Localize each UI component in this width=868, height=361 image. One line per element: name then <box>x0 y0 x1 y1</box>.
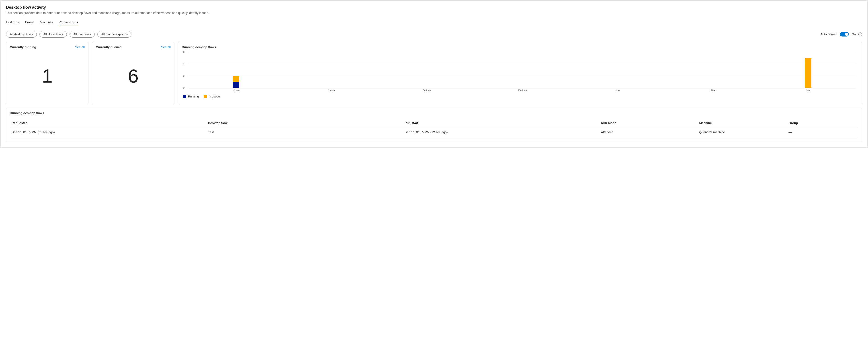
chart-bar <box>424 52 430 88</box>
chart-bar <box>329 52 335 88</box>
chart-plot: 0246 <box>188 52 856 88</box>
chart-y-tick: 4 <box>183 63 184 65</box>
legend-in-queue: In queue <box>204 95 220 98</box>
swatch-running-icon <box>183 95 186 98</box>
table-row[interactable]: Dec 14, 01:55 PM (31 sec ago)TestDec 14,… <box>10 127 858 137</box>
page-title: Desktop flow activity <box>6 5 862 10</box>
chart-x-label: 3h+ <box>803 89 814 92</box>
tabs: Last runs Errors Machines Current runs <box>6 19 862 27</box>
chart-y-tick: 0 <box>183 86 184 89</box>
card-currently-queued-title: Currently queued <box>96 45 122 49</box>
chart-x-label: 1h+ <box>612 89 623 92</box>
auto-refresh-toggle[interactable] <box>840 32 849 36</box>
legend-in-queue-label: In queue <box>209 95 220 98</box>
running-flows-table: Requested Desktop flow Run start Run mod… <box>10 119 858 137</box>
cell-machine: Quentin's machine <box>698 127 787 137</box>
auto-refresh-state: On <box>851 32 856 36</box>
tab-current-runs[interactable]: Current runs <box>60 19 79 26</box>
bar-segment-in-queue <box>805 58 811 88</box>
card-running-desktop-flows-chart: Running desktop flows 0246 <1min1min+5mi… <box>178 42 862 104</box>
auto-refresh-label: Auto refresh <box>820 32 837 36</box>
see-all-running[interactable]: See all <box>75 45 85 49</box>
col-group[interactable]: Group <box>787 119 858 127</box>
bar-segment-running <box>233 82 239 88</box>
filter-all-cloud-flows[interactable]: All cloud flows <box>39 31 67 38</box>
col-desktop-flow[interactable]: Desktop flow <box>206 119 403 127</box>
chart-bar <box>615 52 621 88</box>
currently-queued-value: 6 <box>96 51 170 101</box>
chart-gridline <box>188 88 856 88</box>
table-header-row: Requested Desktop flow Run start Run mod… <box>10 119 858 127</box>
info-icon[interactable]: i <box>859 32 862 36</box>
legend-running-label: Running <box>188 95 199 98</box>
card-currently-running-title: Currently running <box>10 45 36 49</box>
filter-all-machine-groups[interactable]: All machine groups <box>97 31 131 38</box>
chart-bar <box>233 52 239 88</box>
filter-all-machines[interactable]: All machines <box>69 31 95 38</box>
see-all-queued[interactable]: See all <box>161 45 170 49</box>
swatch-queue-icon <box>204 95 207 98</box>
cell-group: — <box>787 127 858 137</box>
tab-errors[interactable]: Errors <box>25 19 34 26</box>
col-machine[interactable]: Machine <box>698 119 787 127</box>
auto-refresh-group: Auto refresh On i <box>820 32 862 36</box>
chart-title: Running desktop flows <box>182 45 216 49</box>
chart-legend: Running In queue <box>183 95 858 98</box>
chart-x-labels: <1min1min+5mins+30mins+1h+2h+3h+ <box>188 89 856 92</box>
chart-bar <box>519 52 525 88</box>
card-currently-queued: Currently queued See all 6 <box>92 42 175 104</box>
col-run-start[interactable]: Run start <box>403 119 599 127</box>
filter-pills: All desktop flows All cloud flows All ma… <box>6 31 131 38</box>
tab-machines[interactable]: Machines <box>40 19 53 26</box>
chart-x-label: 2h+ <box>707 89 718 92</box>
page-description: This section provides data to better und… <box>6 11 862 15</box>
chart-bar <box>710 52 716 88</box>
chart-y-tick: 2 <box>183 74 184 77</box>
table-running-desktop-flows: Running desktop flows Requested Desktop … <box>6 108 862 142</box>
col-run-mode[interactable]: Run mode <box>599 119 698 127</box>
filter-all-desktop-flows[interactable]: All desktop flows <box>6 31 37 38</box>
chart-x-label: <1min <box>230 89 242 92</box>
table-title: Running desktop flows <box>10 111 858 115</box>
chart-x-label: 30mins+ <box>517 89 528 92</box>
bar-segment-in-queue <box>233 76 239 82</box>
card-currently-running: Currently running See all 1 <box>6 42 88 104</box>
chart-bar <box>805 52 811 88</box>
legend-running: Running <box>183 95 199 98</box>
col-requested[interactable]: Requested <box>10 119 206 127</box>
chart-x-label: 1min+ <box>326 89 337 92</box>
cell-run-start: Dec 14, 01:55 PM (12 sec ago) <box>403 127 599 137</box>
cell-desktop-flow: Test <box>206 127 403 137</box>
tab-last-runs[interactable]: Last runs <box>6 19 19 26</box>
cell-requested: Dec 14, 01:55 PM (31 sec ago) <box>10 127 206 137</box>
chart-x-label: 5mins+ <box>421 89 432 92</box>
currently-running-value: 1 <box>10 51 85 101</box>
chart-y-tick: 6 <box>183 51 184 54</box>
cell-run-mode: Attended <box>599 127 698 137</box>
